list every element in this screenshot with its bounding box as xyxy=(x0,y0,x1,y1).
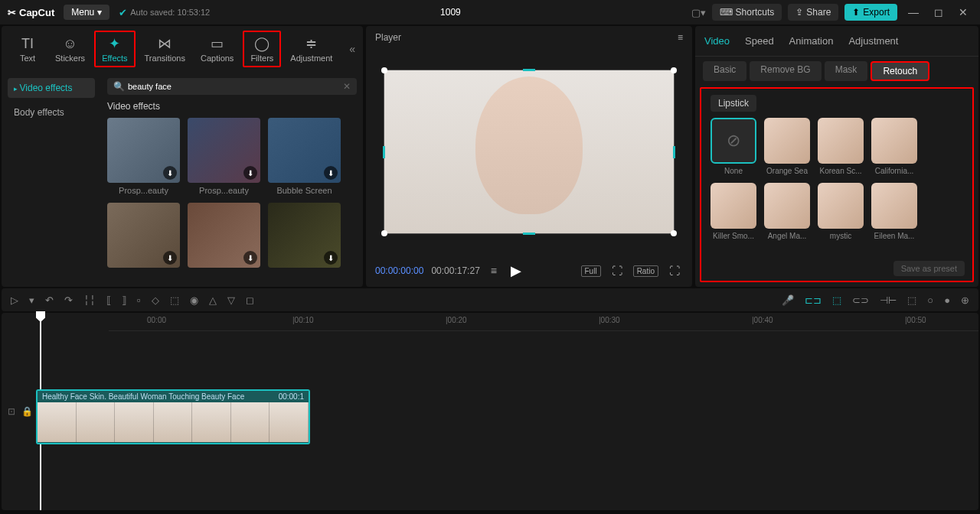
tab-animation[interactable]: Animation xyxy=(789,32,834,50)
download-icon[interactable]: ⬇ xyxy=(243,251,257,265)
effect-item[interactable]: ⬇ xyxy=(188,203,260,271)
align-tool[interactable]: ⊣⊢ xyxy=(880,294,897,306)
tab-captions[interactable]: ▭Captions xyxy=(194,32,240,66)
player-menu-icon[interactable]: ≡ xyxy=(678,32,683,43)
preview-tool[interactable]: ⬚ xyxy=(907,294,916,306)
zoom-out[interactable]: ○ xyxy=(927,294,933,306)
player-canvas[interactable] xyxy=(366,49,692,255)
magnet-tool[interactable]: ⊏⊐ xyxy=(805,294,822,306)
crop-tool[interactable]: ◻ xyxy=(246,294,254,306)
tab-video[interactable]: Video xyxy=(704,32,730,50)
fullscreen-icon[interactable]: ⛶ xyxy=(666,263,683,278)
crop-marker[interactable] xyxy=(673,146,675,158)
resize-handle[interactable] xyxy=(381,67,387,73)
full-button[interactable]: Full xyxy=(581,265,601,277)
sidebar-item-body-effects[interactable]: Body effects xyxy=(8,102,95,122)
video-clip[interactable]: Healthy Face Skin. Beautiful Woman Touch… xyxy=(36,389,310,444)
dropdown-icon[interactable]: ▾ xyxy=(29,294,34,306)
resize-handle[interactable] xyxy=(671,230,677,236)
player-panel: Player ≡ 00:00:00:00 00:00:17:27 ≡ ▶ Ful… xyxy=(366,26,692,287)
search-input[interactable] xyxy=(128,82,340,91)
effect-item[interactable]: ⬇Prosp...eauty xyxy=(188,118,260,195)
tab-stickers[interactable]: ☺Stickers xyxy=(49,32,91,66)
download-icon[interactable]: ⬇ xyxy=(324,166,338,180)
ratio-button[interactable]: Ratio xyxy=(633,265,658,277)
lock-icon[interactable]: 🔒 xyxy=(21,406,33,417)
minimize-button[interactable]: — xyxy=(903,6,923,18)
video-frame[interactable] xyxy=(384,70,675,234)
project-title[interactable]: 1009 xyxy=(219,7,681,18)
sidebar-item-video-effects[interactable]: Video effects xyxy=(8,78,95,98)
tab-transitions[interactable]: ⋈Transitions xyxy=(139,32,191,66)
timeline-ruler[interactable]: 00:00 |00:10 |00:20 |00:30 |00:40 |00:50 xyxy=(109,313,978,331)
crop-marker[interactable] xyxy=(383,146,385,158)
select-tool[interactable]: ▷ xyxy=(11,294,18,306)
download-icon[interactable]: ⬇ xyxy=(163,166,177,180)
split-tool[interactable]: ╎╎ xyxy=(83,294,96,306)
subtab-basic[interactable]: Basic xyxy=(703,61,746,81)
download-icon[interactable]: ⬇ xyxy=(163,251,177,265)
preset-item[interactable]: Eileen Ma... xyxy=(871,183,917,240)
download-icon[interactable]: ⬇ xyxy=(243,166,257,180)
subtab-mask[interactable]: Mask xyxy=(825,61,868,81)
preset-item[interactable]: Angel Ma... xyxy=(764,183,810,240)
save-preset-button[interactable]: Save as preset xyxy=(893,261,965,276)
timeline[interactable]: ⊡ 🔒 👁 🔊 ⋯ ✎ Cover 00:00 |00:10 |00:20 |0… xyxy=(2,313,978,510)
track-expand-icon[interactable]: ⊡ xyxy=(8,406,15,417)
resize-handle[interactable] xyxy=(381,230,387,236)
preset-item[interactable]: California... xyxy=(871,118,917,175)
zoom-slider[interactable]: ● xyxy=(944,294,950,306)
list-icon[interactable]: ≡ xyxy=(488,263,500,278)
chain-tool[interactable]: ⊂⊃ xyxy=(852,294,869,306)
speed-tool[interactable]: ◉ xyxy=(190,294,198,306)
sub-tabs: Basic Remove BG Mask Retouch xyxy=(695,57,978,86)
reverse-tool[interactable]: △ xyxy=(209,294,217,306)
subtab-removebg[interactable]: Remove BG xyxy=(750,61,821,81)
undo-button[interactable]: ↶ xyxy=(45,294,54,306)
effect-item[interactable]: ⬇ xyxy=(268,203,341,271)
scale-icon[interactable]: ⛶ xyxy=(609,263,626,278)
tab-adjustment[interactable]: ≑Adjustment xyxy=(284,32,338,66)
preset-item[interactable]: Korean Sc... xyxy=(818,118,864,175)
link-tool[interactable]: ⬚ xyxy=(832,294,841,306)
tab-adjustment-prop[interactable]: Adjustment xyxy=(848,32,898,50)
shortcuts-button[interactable]: ⌨ Shortcuts xyxy=(712,4,782,21)
share-button[interactable]: ⇪ Share xyxy=(788,4,838,21)
export-icon: ⬆ xyxy=(852,7,860,18)
tab-speed[interactable]: Speed xyxy=(745,32,774,50)
crop-marker[interactable] xyxy=(523,233,535,235)
crop-marker[interactable] xyxy=(523,69,535,71)
collapse-icon[interactable]: « xyxy=(349,43,355,55)
trim-right-tool[interactable]: ⟧ xyxy=(122,294,126,306)
record-tool[interactable]: ⬚ xyxy=(170,294,179,306)
menu-button[interactable]: Menu ▾ xyxy=(64,5,109,20)
marker-tool[interactable]: ◇ xyxy=(152,294,159,306)
preset-item[interactable]: Killer Smo... xyxy=(710,183,756,240)
redo-button[interactable]: ↷ xyxy=(64,294,73,306)
tab-effects[interactable]: ✦Effects xyxy=(94,31,135,67)
search-box[interactable]: 🔍 ✕ xyxy=(107,78,357,95)
resize-handle[interactable] xyxy=(671,67,677,73)
layout-icon[interactable]: ▢▾ xyxy=(691,7,706,18)
tab-text[interactable]: TIText xyxy=(9,32,46,66)
effect-item[interactable]: ⬇Prosp...eauty xyxy=(107,118,180,195)
delete-tool[interactable]: ▫ xyxy=(137,294,141,306)
maximize-button[interactable]: ◻ xyxy=(929,6,948,18)
zoom-in[interactable]: ⊕ xyxy=(961,294,969,306)
tab-filters[interactable]: ◯Filters xyxy=(243,31,281,67)
player-header: Player ≡ xyxy=(366,26,692,49)
close-button[interactable]: ✕ xyxy=(954,6,972,18)
play-button[interactable]: ▶ xyxy=(508,261,524,281)
preset-item[interactable]: Orange Sea xyxy=(764,118,810,175)
download-icon[interactable]: ⬇ xyxy=(324,251,338,265)
mic-icon[interactable]: 🎤 xyxy=(782,294,794,306)
effect-item[interactable]: ⬇Bubble Screen xyxy=(268,118,341,195)
mirror-tool[interactable]: ▽ xyxy=(227,294,235,306)
export-button[interactable]: ⬆ Export xyxy=(844,4,897,21)
clear-icon[interactable]: ✕ xyxy=(343,81,351,92)
subtab-retouch[interactable]: Retouch xyxy=(871,61,929,81)
preset-item[interactable]: mystic xyxy=(818,183,864,240)
trim-left-tool[interactable]: ⟦ xyxy=(106,294,111,306)
preset-none[interactable]: ⊘None xyxy=(710,118,756,175)
effect-item[interactable]: ⬇ xyxy=(107,203,180,271)
